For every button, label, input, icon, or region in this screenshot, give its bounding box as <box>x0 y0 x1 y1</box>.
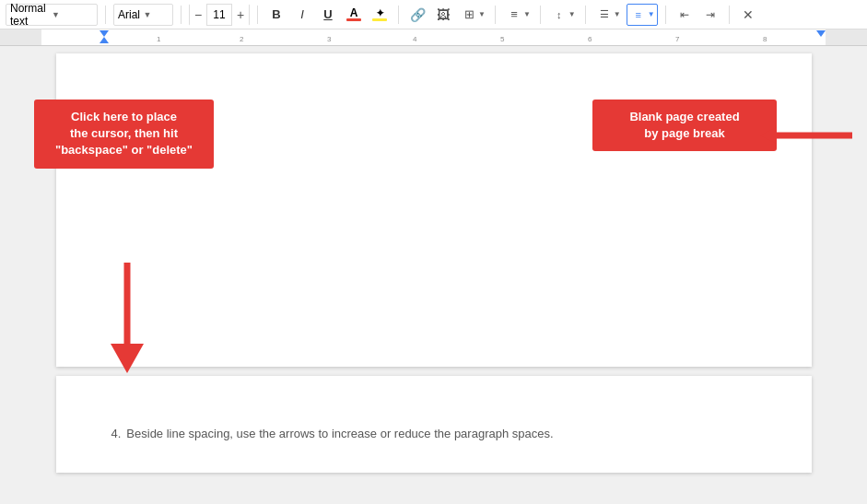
alignment-icon: ≡ <box>505 4 523 26</box>
left-annotation-box: Click here to placethe cursor, then hit"… <box>34 100 214 169</box>
font-color-letter: A <box>350 7 358 18</box>
separator-4 <box>398 6 399 24</box>
separator-3 <box>257 6 258 24</box>
ruler-tick-1: 1 <box>157 35 160 43</box>
separator-5 <box>495 6 496 24</box>
alignment-button[interactable]: ≡ ▼ <box>503 4 533 26</box>
list-item-4-text: Beside line spacing, use the arrows to i… <box>126 427 553 440</box>
font-label: Arial <box>118 8 144 21</box>
highlight-color-bar <box>372 18 387 21</box>
right-annotation-box: Blank page createdby page break <box>592 100 777 151</box>
separator-1 <box>105 6 106 24</box>
ruler-right-margin-marker[interactable] <box>816 30 826 37</box>
insert-icon: ⊞ <box>460 4 478 26</box>
ruler-tick-6: 6 <box>588 35 592 43</box>
separator-9 <box>729 6 730 24</box>
style-arrow: ▼ <box>52 10 93 19</box>
font-size-value: 11 <box>206 4 232 26</box>
unordered-list-icon: ☰ <box>595 4 614 26</box>
alignment-arrow: ▼ <box>523 10 531 18</box>
highlight-button[interactable]: ✦ <box>369 4 391 26</box>
font-arrow: ▼ <box>144 10 170 19</box>
content-area: 4. Beside line spacing, use the arrows t… <box>0 46 867 504</box>
link-button[interactable]: 🔗 <box>406 4 428 26</box>
ruler-tick-7: 7 <box>675 35 679 43</box>
insert-arrow: ▼ <box>478 10 486 18</box>
highlight-letter: ✦ <box>376 8 384 18</box>
indent-less-button[interactable]: ⇤ <box>674 4 696 26</box>
ruler-tick-8: 8 <box>763 35 767 43</box>
font-size-increase-button[interactable]: + <box>232 4 249 26</box>
unordered-list-arrow: ▼ <box>614 10 621 18</box>
ordered-list-button[interactable]: ≡ ▼ <box>627 4 658 26</box>
indent-more-button[interactable]: ⇥ <box>699 4 721 26</box>
down-arrow <box>109 263 146 373</box>
ruler: 1 2 3 4 5 6 7 8 <box>0 29 867 46</box>
ordered-list-icon: ≡ <box>629 4 648 26</box>
ordered-list-arrow: ▼ <box>648 10 655 18</box>
line-spacing-arrow: ▼ <box>568 10 576 18</box>
font-selector[interactable]: Arial ▼ <box>113 4 173 26</box>
ruler-tick-5: 5 <box>500 35 504 43</box>
unordered-list-button[interactable]: ☰ ▼ <box>593 4 623 26</box>
underline-button[interactable]: U <box>317 4 339 26</box>
ruler-indent-bottom-marker[interactable] <box>100 37 109 43</box>
line-spacing-button[interactable]: ↕ ▼ <box>548 4 578 26</box>
separator-2 <box>181 6 182 24</box>
style-selector[interactable]: Normal text ▼ <box>6 4 98 26</box>
font-color-bar <box>346 18 361 21</box>
left-annotation-text: Click here to placethe cursor, then hit"… <box>55 110 193 157</box>
ruler-indent-top-marker[interactable] <box>100 30 109 37</box>
separator-6 <box>540 6 541 24</box>
clear-formatting-button[interactable]: ✕ <box>737 4 759 26</box>
font-color-button[interactable]: A <box>343 4 365 26</box>
line-spacing-icon: ↕ <box>550 4 568 26</box>
ruler-tick-2: 2 <box>240 35 243 43</box>
separator-7 <box>585 6 586 24</box>
font-size-control: − 11 + <box>189 4 250 26</box>
insert-more-button[interactable]: ⊞ ▼ <box>458 4 487 26</box>
separator-8 <box>665 6 666 24</box>
image-button[interactable]: 🖼 <box>432 4 454 26</box>
page-2: 4. Beside line spacing, use the arrows t… <box>56 376 812 473</box>
ruler-tick-4: 4 <box>413 35 416 43</box>
font-size-decrease-button[interactable]: − <box>190 4 206 26</box>
right-annotation-line1: Blank page createdby page break <box>629 110 739 140</box>
list-item-4: 4. Beside line spacing, use the arrows t… <box>111 427 554 440</box>
list-item-4-number: 4. <box>111 427 122 440</box>
right-arrow <box>760 127 852 144</box>
svg-marker-3 <box>760 127 777 144</box>
italic-button[interactable]: I <box>291 4 313 26</box>
toolbar: Normal text ▼ Arial ▼ − 11 + B I U A ✦ 🔗… <box>0 0 867 29</box>
svg-marker-1 <box>111 344 144 373</box>
style-label: Normal text <box>10 2 52 28</box>
bold-button[interactable]: B <box>265 4 287 26</box>
ruler-tick-3: 3 <box>327 35 331 43</box>
